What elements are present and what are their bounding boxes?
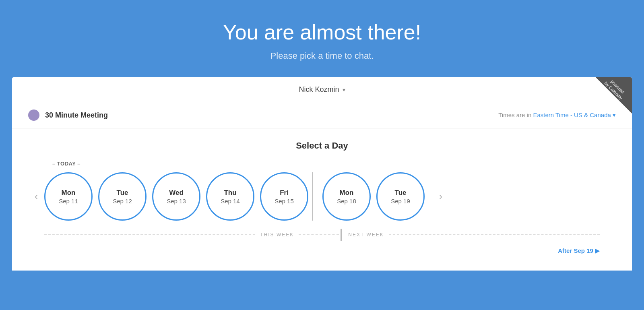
after-sep-row: After Sep 19 ▶ (28, 241, 616, 254)
timezone-link[interactable]: Eastern Time - US & Canada ▾ (533, 112, 616, 118)
after-sep-link[interactable]: After Sep 19 ▶ (558, 247, 600, 254)
day-name-5: Mon (340, 189, 354, 197)
select-day-title: Select a Day (28, 141, 616, 151)
day-circle-6[interactable]: Tue Sep 19 (376, 172, 425, 221)
day-date-5: Sep 18 (337, 198, 356, 205)
after-sep-arrow: ▶ (595, 247, 600, 254)
divider-line (312, 172, 313, 221)
day-name-6: Tue (395, 189, 407, 197)
next-week-days: Mon Sep 18 Tue Sep 19 (322, 172, 425, 221)
day-date-1: Sep 12 (113, 198, 132, 205)
day-name-4: Fri (280, 189, 289, 197)
dashed-line-left (44, 234, 255, 235)
user-bar: Nick Kozmin ▾ (12, 77, 632, 102)
meeting-info: 30 Minute Meeting (28, 110, 108, 121)
timezone-prefix: Times are in (498, 112, 531, 118)
day-date-0: Sep 11 (59, 198, 78, 205)
day-name-1: Tue (117, 189, 128, 197)
next-week-label: NEXT WEEK (343, 232, 388, 238)
day-date-4: Sep 15 (275, 198, 294, 205)
meeting-bar: 30 Minute Meeting Times are in Eastern T… (12, 102, 632, 128)
this-week-days: Mon Sep 11 Tue Sep 12 Wed Sep 13 Thu Sep… (44, 172, 308, 221)
user-dropdown-chevron: ▾ (343, 87, 345, 93)
timezone-chevron: ▾ (613, 112, 616, 118)
today-label: – TODAY – (52, 161, 616, 167)
meeting-dot (28, 110, 39, 121)
meeting-title: 30 Minute Meeting (45, 111, 108, 120)
prev-arrow[interactable]: ‹ (28, 188, 44, 205)
after-sep-label: After Sep 19 (558, 247, 593, 254)
timezone-name: Eastern Time - US & Canada (533, 112, 611, 118)
day-circle-4[interactable]: Fri Sep 15 (260, 172, 308, 221)
day-circle-1[interactable]: Tue Sep 12 (98, 172, 147, 221)
week-separator: THIS WEEK NEXT WEEK (28, 229, 616, 241)
page-title: You are almost there! (8, 20, 636, 44)
separator-bar (341, 229, 342, 241)
timezone-info: Times are in Eastern Time - US & Canada … (498, 112, 616, 119)
day-circle-2[interactable]: Wed Sep 13 (152, 172, 200, 221)
day-circle-3[interactable]: Thu Sep 14 (206, 172, 254, 221)
day-name-2: Wed (169, 189, 184, 197)
day-date-6: Sep 19 (391, 198, 410, 205)
days-row: ‹ Mon Sep 11 Tue Sep 12 Wed Sep 13 Thu S… (28, 172, 616, 221)
page-subtitle: Please pick a time to chat. (8, 51, 636, 61)
this-week-label: THIS WEEK (255, 232, 299, 238)
day-name-3: Thu (224, 189, 236, 197)
day-date-3: Sep 14 (221, 198, 240, 205)
day-name-0: Mon (62, 189, 76, 197)
user-selector[interactable]: Nick Kozmin ▾ (299, 85, 345, 94)
main-card: poweredby Calendly Nick Kozmin ▾ 30 Minu… (12, 77, 632, 271)
day-circle-0[interactable]: Mon Sep 11 (44, 172, 93, 221)
week-divider (312, 172, 313, 221)
next-arrow[interactable]: › (433, 188, 449, 205)
dashed-line-mid (299, 234, 339, 235)
calendar-section: Select a Day – TODAY – ‹ Mon Sep 11 Tue … (12, 128, 632, 271)
user-name: Nick Kozmin (299, 85, 339, 94)
dashed-line-right (389, 234, 600, 235)
day-date-2: Sep 13 (167, 198, 186, 205)
day-circle-5[interactable]: Mon Sep 18 (322, 172, 371, 221)
page-header: You are almost there! Please pick a time… (0, 0, 644, 77)
